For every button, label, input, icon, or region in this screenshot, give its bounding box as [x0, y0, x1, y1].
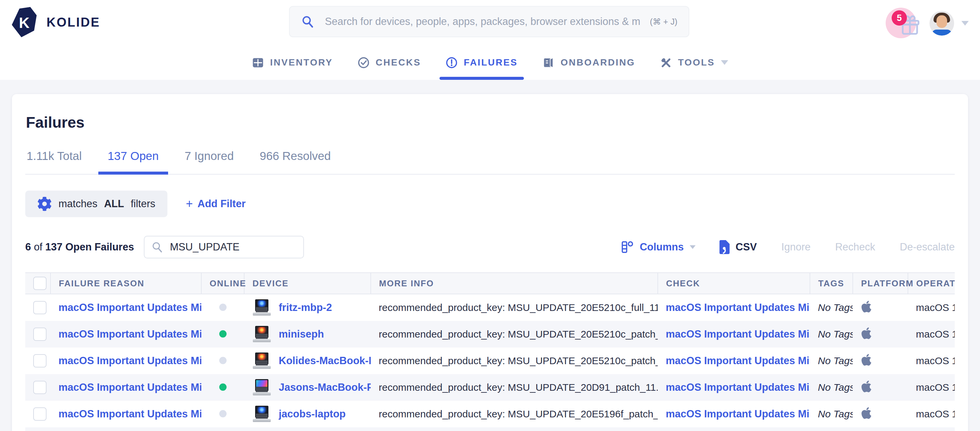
tags-cell: No Tags — [810, 294, 853, 321]
nav-item-onboarding[interactable]: ONBOARDING — [542, 45, 635, 80]
device-link[interactable]: Jasons-MacBook-Pro — [279, 382, 371, 393]
nav-label: INVENTORY — [270, 57, 333, 68]
global-search-input[interactable] — [324, 15, 641, 28]
check-link[interactable]: macOS Important Updates Missing — [666, 302, 810, 313]
col-online[interactable]: ONLINE — [201, 273, 244, 294]
kolide-wordmark: KOLIDE — [46, 15, 100, 30]
columns-caret-icon — [690, 245, 696, 249]
tags-cell: No Tags — [810, 374, 853, 401]
checks-icon — [358, 56, 370, 69]
failures-table: FAILURE REASON ONLINE DEVICE MORE INFO C… — [25, 272, 955, 431]
nav-item-tools[interactable]: TOOLS — [660, 45, 728, 80]
select-all-checkbox[interactable] — [33, 277, 46, 290]
columns-button[interactable]: Columns — [620, 240, 697, 254]
results-of: of — [34, 241, 43, 253]
os-cell: macOS 11. — [908, 321, 955, 348]
recheck-button[interactable]: Recheck — [835, 241, 875, 253]
tab-open[interactable]: 137 Open — [108, 149, 159, 174]
kolide-logo[interactable]: K KOLIDE — [9, 6, 100, 38]
failure-reason-link[interactable]: macOS Important Updates Missing — [59, 328, 201, 340]
device-thumbnail — [252, 325, 271, 343]
tags-cell: No Tags — [810, 348, 853, 374]
apple-icon — [861, 353, 872, 367]
device-thumbnail — [252, 351, 271, 370]
device-link[interactable]: Kolides-MacBook-Pro — [279, 355, 371, 367]
failure-reason-link[interactable]: macOS Important Updates Missing — [59, 355, 201, 367]
table-search[interactable] — [144, 236, 304, 259]
account-area: 5 — [886, 3, 969, 43]
col-failure-reason[interactable]: FAILURE REASON — [51, 273, 201, 294]
tab-total[interactable]: 1.11k Total — [27, 149, 82, 174]
csv-export-button[interactable]: CSV — [718, 239, 757, 255]
apple-icon — [861, 406, 872, 420]
tab-resolved[interactable]: 966 Resolved — [260, 149, 331, 174]
os-cell: macOS 11. — [908, 374, 955, 401]
check-link[interactable]: macOS Important Updates Missing — [666, 382, 810, 393]
nav-item-inventory[interactable]: INVENTORY — [252, 45, 333, 80]
device-link[interactable]: jacobs-laptop — [279, 408, 346, 420]
add-filter-button[interactable]: + Add Filter — [186, 197, 246, 211]
col-check[interactable]: CHECK — [658, 273, 810, 294]
apple-icon — [861, 300, 872, 313]
row-checkbox[interactable] — [33, 327, 46, 341]
table-actions: Columns CSV Ignore Recheck De-escalate — [620, 239, 955, 255]
col-operating-system[interactable]: OPERATING SYSTEM — [908, 273, 955, 294]
nav-item-failures[interactable]: FAILURES — [445, 45, 517, 80]
online-status-dot — [219, 410, 227, 417]
online-status-dot — [219, 357, 227, 364]
check-link[interactable]: macOS Important Updates Missing — [666, 355, 810, 367]
online-status-dot — [219, 383, 227, 391]
os-cell: macOS 11. — [908, 427, 955, 431]
nav-label: TOOLS — [678, 57, 715, 68]
primary-nav: INVENTORY CHECKS FAILURES ONBOARDING — [0, 45, 980, 80]
more-info-cell: recommended_product_key: MSU_UPDATE_20E5… — [371, 321, 658, 348]
results-total: 137 Open Failures — [45, 241, 134, 253]
col-tags[interactable]: TAGS — [810, 273, 853, 294]
user-avatar[interactable] — [929, 11, 954, 35]
global-search[interactable]: (⌘ + J) — [289, 6, 689, 37]
online-status-dot — [219, 330, 227, 338]
topbar: K KOLIDE (⌘ + J) 5 — [0, 0, 980, 80]
failure-reason-link[interactable]: macOS Important Updates Missing — [59, 382, 201, 393]
device-link[interactable]: fritz-mbp-2 — [279, 302, 332, 314]
table-row: macOS Important Updates Missing chrondit… — [25, 427, 955, 431]
col-more-info[interactable]: MORE INFO — [371, 273, 658, 294]
col-platform[interactable]: PLATFORM — [853, 273, 908, 294]
row-checkbox[interactable] — [33, 354, 46, 367]
account-menu-caret-icon[interactable] — [961, 21, 969, 26]
filter-operator: ALL — [104, 198, 124, 210]
row-checkbox[interactable] — [33, 407, 46, 421]
more-info-cell: recommended_product_key: MSU_UPDATE_20D9… — [371, 427, 658, 431]
col-device[interactable]: DEVICE — [244, 273, 371, 294]
failure-tabs: 1.11k Total 137 Open 7 Ignored 966 Resol… — [25, 149, 955, 175]
matches-label: matches — [59, 198, 97, 210]
online-status-dot — [219, 303, 227, 311]
row-checkbox[interactable] — [33, 301, 46, 314]
check-link[interactable]: macOS Important Updates Missing — [666, 328, 810, 340]
deescalate-button[interactable]: De-escalate — [900, 241, 955, 253]
tools-icon — [660, 56, 672, 69]
ignore-button[interactable]: Ignore — [781, 241, 811, 253]
device-thumbnail — [252, 378, 271, 397]
table-row: macOS Important Updates Missing Jasons-M… — [25, 374, 955, 401]
more-info-cell: recommended_product_key: MSU_UPDATE_20D9… — [371, 374, 658, 401]
nav-item-checks[interactable]: CHECKS — [358, 45, 421, 80]
gear-icon — [37, 196, 52, 211]
onboarding-icon — [542, 56, 555, 69]
failure-reason-link[interactable]: macOS Important Updates Missing — [59, 302, 201, 313]
os-cell: macOS 11. — [908, 294, 955, 321]
results-summary: 6 of 137 Open Failures — [25, 241, 134, 253]
columns-label: Columns — [640, 241, 684, 253]
tab-ignored[interactable]: 7 Ignored — [185, 149, 234, 174]
device-link[interactable]: miniseph — [279, 328, 324, 340]
device-thumbnail — [252, 298, 271, 317]
failure-reason-link[interactable]: macOS Important Updates Missing — [59, 408, 201, 420]
csv-file-icon — [718, 239, 731, 255]
check-link[interactable]: macOS Important Updates Missing — [666, 408, 810, 420]
add-filter-label: Add Filter — [198, 198, 246, 210]
apple-icon — [861, 327, 872, 340]
table-search-input[interactable] — [169, 241, 303, 254]
row-checkbox[interactable] — [33, 381, 46, 394]
whats-new-button[interactable]: 5 — [886, 4, 925, 43]
filter-matches-pill[interactable]: matches ALL filters — [25, 190, 167, 217]
